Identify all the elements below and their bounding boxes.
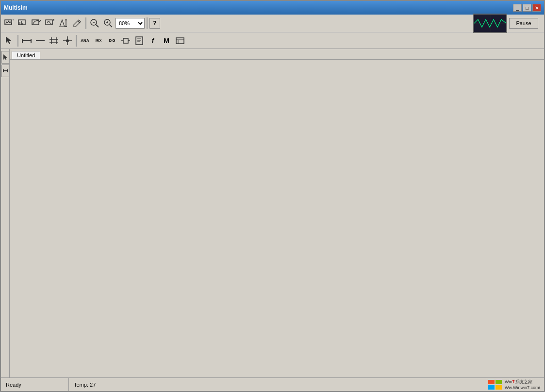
bode-icon[interactable] (30, 17, 43, 30)
ready-text: Ready (6, 382, 21, 388)
m-icon[interactable]: M (160, 34, 173, 47)
win-text1: Win7系统之家 (505, 379, 540, 385)
component-icon[interactable] (119, 34, 132, 47)
svg-marker-47 (3, 54, 7, 60)
wire-icon[interactable] (34, 34, 47, 47)
svg-line-17 (96, 25, 99, 27)
status-bar: Ready Temp: 27 Win7系统之家 Ww.Winwin7.com/ (1, 377, 544, 391)
toolbar-row2: ANA MIX DIG f M (1, 32, 544, 49)
tb-sep3 (17, 35, 18, 47)
main-window: Multisim _ □ ✕ (0, 0, 545, 392)
svg-rect-153 (495, 385, 502, 390)
spectrum-icon[interactable] (17, 17, 29, 30)
sidebar-btn-2[interactable] (1, 65, 9, 77)
tb-sep4 (76, 35, 77, 47)
instrument-icon[interactable] (174, 34, 186, 47)
tab-bar: Untitled (10, 49, 544, 60)
maximize-button[interactable]: □ (523, 4, 531, 12)
measure-icon[interactable] (57, 17, 70, 30)
digital-icon[interactable]: DIG (106, 34, 118, 47)
h-wire-icon[interactable] (20, 34, 33, 47)
windows-branding: Win7系统之家 Ww.Winwin7.com/ (487, 378, 544, 392)
oscilloscope-display (473, 14, 507, 33)
main-content: Untitled Sources ✕ (1, 49, 544, 377)
svg-rect-152 (488, 385, 495, 390)
mixed-icon[interactable]: MIX (92, 34, 105, 47)
temp-label: Temp: (74, 382, 88, 388)
zoom-out-icon[interactable] (88, 17, 101, 30)
svg-marker-25 (6, 36, 11, 44)
window-controls: _ □ ✕ (513, 4, 541, 12)
svg-line-21 (110, 25, 112, 27)
zoom-select[interactable]: 50% 60% 70% 80% 90% 100% 150% 200% (116, 18, 145, 29)
simulation-area: Untitled Sources ✕ (10, 49, 544, 377)
status-ready: Ready (1, 378, 69, 391)
pencil-icon[interactable] (71, 17, 83, 30)
untitled-tab[interactable]: Untitled (12, 51, 40, 59)
window-title: Multisim (4, 4, 28, 11)
toolbar-area: 50% 60% 70% 80% 90% 100% 150% 200% ? (1, 15, 544, 49)
left-sidebar (1, 49, 10, 377)
function-gen-icon[interactable]: f (147, 34, 159, 47)
win-logo (487, 378, 503, 392)
minimize-button[interactable]: _ (513, 4, 522, 12)
svg-rect-150 (488, 380, 495, 384)
svg-line-7 (39, 20, 41, 22)
win-text2: Ww.Winwin7.com/ (505, 385, 540, 390)
toolbar-row1: 50% 60% 70% 80% 90% 100% 150% 200% ? (1, 15, 544, 32)
junction-icon[interactable] (61, 34, 74, 47)
svg-rect-2 (18, 20, 25, 25)
zoom-in-icon[interactable] (102, 17, 115, 30)
svg-rect-37 (123, 38, 128, 43)
temp-value: 27 (90, 382, 96, 388)
win-text: Win7系统之家 Ww.Winwin7.com/ (505, 379, 540, 390)
svg-rect-151 (495, 380, 502, 384)
netlist-icon[interactable] (133, 34, 146, 47)
svg-rect-44 (176, 38, 184, 44)
sidebar-pointer[interactable] (1, 51, 9, 64)
pause-button[interactable]: Pause (509, 18, 538, 29)
bus-icon[interactable] (48, 34, 60, 47)
scope-icon[interactable] (3, 17, 16, 30)
help-button[interactable]: ? (149, 18, 160, 29)
svg-line-14 (78, 21, 80, 23)
toolbar-separator-1 (85, 17, 86, 29)
close-button[interactable]: ✕ (532, 4, 541, 12)
pointer-icon[interactable] (3, 34, 16, 47)
analog-icon[interactable]: ANA (79, 34, 91, 47)
function-icon[interactable] (44, 17, 56, 30)
title-bar: Multisim _ □ ✕ (1, 1, 544, 15)
svg-rect-40 (136, 37, 143, 45)
toolbar-separator-2 (147, 17, 148, 29)
status-temp: Temp: 27 (69, 378, 487, 391)
